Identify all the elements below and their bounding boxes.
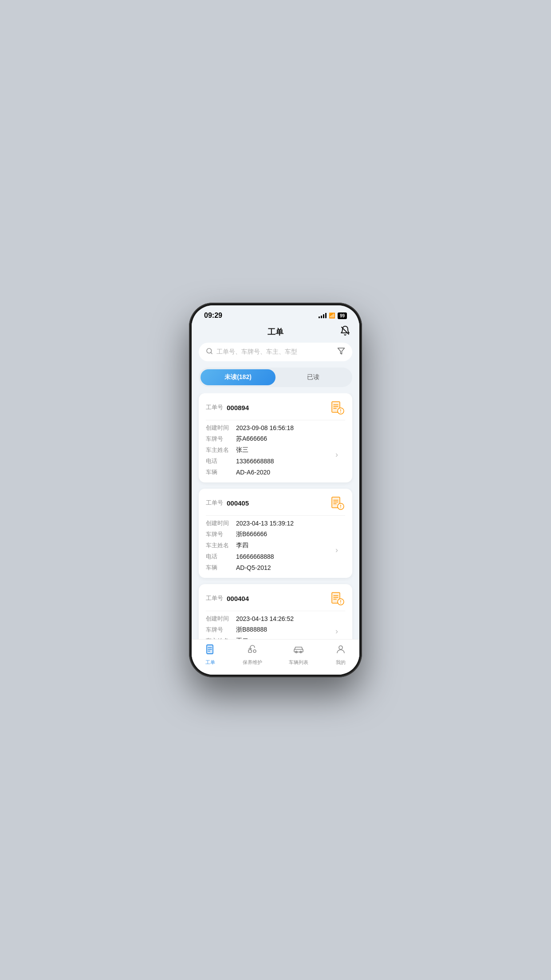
field-created-time: 创建时间 2023-09-08 16:56:18	[206, 424, 345, 432]
app-header: 工单	[192, 323, 359, 343]
order-number-row: 工单号 000894	[206, 403, 249, 411]
phone-shell: 09:29 📶 99 工单	[189, 303, 362, 677]
order-number-label: 工单号	[206, 594, 223, 602]
field-phone: 电话 13366668888	[206, 457, 345, 465]
bell-icon[interactable]	[340, 325, 350, 339]
card-body: 创建时间 2023-09-08 16:56:18 车牌号 苏A666666 车主…	[206, 424, 345, 476]
field-owner: 车主姓名 李四	[206, 541, 345, 549]
card-fields: 创建时间 2023-04-13 14:26:52 车牌号 浙B888888 车主…	[206, 615, 345, 639]
field-vehicle: 车辆 AD-Q5-2012	[206, 564, 345, 572]
vehicle-list-nav-icon	[293, 644, 304, 657]
order-number-value: 000404	[227, 595, 249, 602]
battery-indicator: 99	[338, 312, 347, 319]
card-body: 创建时间 2023-04-13 14:26:52 车牌号 浙B888888 车主…	[206, 615, 345, 639]
search-bar[interactable]: 工单号、车牌号、车主、车型	[199, 343, 352, 361]
work-order-nav-label: 工单	[205, 659, 215, 666]
field-plate: 车牌号 浙B666666	[206, 530, 345, 538]
work-order-card[interactable]: 工单号 000404 !	[199, 584, 352, 639]
field-plate: 车牌号 浙B888888	[206, 626, 345, 634]
card-header: 工单号 000405 !	[206, 495, 345, 511]
card-fields: 创建时间 2023-04-13 15:39:12 车牌号 浙B666666 车主…	[206, 519, 345, 572]
filter-icon[interactable]	[337, 347, 345, 357]
card-header: 工单号 000404 !	[206, 590, 345, 606]
work-order-card[interactable]: 工单号 000894 !	[199, 393, 352, 482]
search-icon	[206, 348, 213, 356]
vehicle-list-nav-label: 车辆列表	[289, 659, 308, 666]
svg-point-31	[253, 650, 256, 652]
order-status-icon: !	[329, 399, 345, 415]
order-number-label: 工单号	[206, 403, 223, 411]
nav-item-mine[interactable]: 我的	[335, 644, 346, 666]
work-order-card[interactable]: 工单号 000405 !	[199, 489, 352, 578]
svg-rect-30	[248, 650, 252, 652]
tabs-container: 未读(182) 已读	[199, 368, 352, 387]
order-status-icon: !	[329, 590, 345, 606]
tab-read[interactable]: 已读	[276, 369, 350, 385]
nav-item-work-order[interactable]: 工单	[205, 644, 216, 666]
card-fields: 创建时间 2023-09-08 16:56:18 车牌号 苏A666666 车主…	[206, 424, 345, 476]
signal-icon	[319, 313, 327, 318]
phone-screen: 09:29 📶 99 工单	[192, 305, 359, 675]
order-number-row: 工单号 000404	[206, 594, 249, 602]
field-created-time: 创建时间 2023-04-13 14:26:52	[206, 615, 345, 623]
card-header: 工单号 000894 !	[206, 399, 345, 415]
order-number-label: 工单号	[206, 499, 223, 507]
field-created-time: 创建时间 2023-04-13 15:39:12	[206, 519, 345, 527]
tab-unread[interactable]: 未读(182)	[201, 369, 276, 385]
page-title: 工单	[268, 327, 283, 337]
nav-item-maintenance[interactable]: 保养维护	[243, 644, 262, 666]
order-status-icon: !	[329, 495, 345, 511]
search-input[interactable]: 工单号、车牌号、车主、车型	[216, 348, 334, 356]
status-time: 09:29	[204, 312, 222, 320]
app-content: 工单 工单号、车牌号、车主、车型	[192, 323, 359, 675]
field-plate: 车牌号 苏A666666	[206, 435, 345, 443]
bottom-navigation: 工单 保养维护	[192, 639, 359, 675]
svg-point-35	[339, 646, 342, 649]
maintenance-nav-label: 保养维护	[243, 659, 262, 666]
field-owner: 车主姓名 张三	[206, 446, 345, 454]
svg-text:!: !	[340, 504, 341, 509]
order-number-row: 工单号 000405	[206, 499, 249, 507]
card-body: 创建时间 2023-04-13 15:39:12 车牌号 浙B666666 车主…	[206, 519, 345, 572]
card-chevron-right-icon: ›	[335, 545, 338, 555]
nav-item-vehicle-list[interactable]: 车辆列表	[289, 644, 308, 666]
mine-nav-icon	[335, 644, 346, 657]
card-chevron-right-icon: ›	[335, 450, 338, 459]
maintenance-nav-icon	[247, 644, 258, 657]
status-icons: 📶 99	[319, 312, 347, 319]
order-number-value: 000405	[227, 499, 249, 507]
work-order-list: 工单号 000894 !	[192, 393, 359, 639]
mine-nav-label: 我的	[336, 659, 346, 666]
svg-line-2	[211, 352, 212, 354]
svg-text:!: !	[340, 600, 341, 605]
wifi-icon: 📶	[329, 312, 335, 319]
field-phone: 电话 16666668888	[206, 553, 345, 561]
svg-text:!: !	[340, 409, 341, 414]
svg-marker-3	[338, 348, 345, 354]
status-bar: 09:29 📶 99	[192, 305, 359, 323]
order-number-value: 000894	[227, 404, 249, 411]
card-chevron-right-icon: ›	[335, 627, 338, 636]
work-order-nav-icon	[205, 644, 216, 657]
field-vehicle: 车辆 AD-A6-2020	[206, 468, 345, 476]
field-owner: 车主姓名 王二	[206, 637, 345, 639]
